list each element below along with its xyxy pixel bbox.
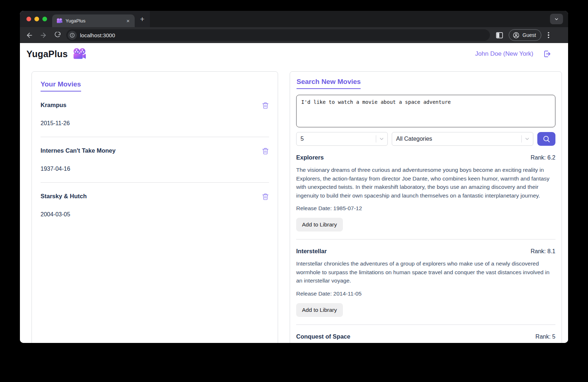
search-result: Conquest of Space Rank: 5 xyxy=(296,333,555,340)
list-item: Starsky & Hutch 2004-03-05 xyxy=(41,193,269,218)
tab-search-chevron-button[interactable] xyxy=(550,14,563,24)
browser-menu-icon[interactable] xyxy=(546,32,551,38)
tab-strip-spacer xyxy=(150,11,568,27)
select-separator xyxy=(376,135,376,143)
result-limit-value: 5 xyxy=(301,136,304,142)
browser-window: YugaPlus × + localhost:3000 xyxy=(20,11,568,343)
search-controls: 5 All Categories xyxy=(296,132,555,146)
forward-icon[interactable] xyxy=(39,31,47,39)
delete-movie-trash-icon[interactable] xyxy=(262,193,269,200)
browser-toolbar: localhost:3000 Guest xyxy=(20,27,568,43)
search-new-movies-panel: Search New Movies I'd like to watch a mo… xyxy=(290,71,562,343)
result-description: The visionary dreams of three curious an… xyxy=(296,166,555,200)
movie-title: Internes Can't Take Money xyxy=(41,147,116,154)
category-value: All Categories xyxy=(396,136,432,142)
back-icon[interactable] xyxy=(25,31,34,39)
tab-strip: YugaPlus × + xyxy=(20,11,568,27)
close-window-button[interactable] xyxy=(26,17,31,21)
profile-guest-button[interactable]: Guest xyxy=(509,29,541,41)
list-divider xyxy=(41,182,269,183)
search-icon xyxy=(542,135,550,143)
tab-title: YugaPlus xyxy=(66,18,122,24)
new-tab-button[interactable]: + xyxy=(135,11,150,27)
favicon-movie-camera-icon xyxy=(56,18,63,24)
search-button[interactable] xyxy=(537,132,555,146)
app-header: YugaPlus John Doe (New York) xyxy=(20,43,568,65)
tab-yugaplus[interactable]: YugaPlus × xyxy=(52,14,135,27)
guest-label: Guest xyxy=(522,32,536,38)
list-item: Internes Can't Take Money 1937-04-16 xyxy=(41,147,269,172)
result-rank: Rank: 8.1 xyxy=(531,248,555,255)
side-panel-icon[interactable] xyxy=(495,31,504,39)
result-limit-select[interactable]: 5 xyxy=(296,132,388,146)
result-rank: Rank: 5 xyxy=(536,334,555,340)
app-brand-title: YugaPlus xyxy=(26,49,68,59)
search-result: Explorers Rank: 6.2 The visionary dreams… xyxy=(296,154,555,239)
result-description: Interstellar chronicles the adventures o… xyxy=(296,259,555,285)
result-release-date: Release Date: 1985-07-12 xyxy=(296,205,555,212)
select-separator xyxy=(521,135,522,143)
main-content: Your Movies Krampus 2015-11-26 Internes … xyxy=(20,65,568,343)
minimize-window-button[interactable] xyxy=(34,17,39,21)
result-rank: Rank: 6.2 xyxy=(531,154,555,161)
result-divider xyxy=(296,239,555,239)
your-movies-title[interactable]: Your Movies xyxy=(41,80,81,92)
add-to-library-button[interactable]: Add to Library xyxy=(296,303,343,317)
movie-release-date: 2004-03-05 xyxy=(41,211,269,218)
tab-close-icon[interactable]: × xyxy=(125,17,131,24)
chevron-down-icon xyxy=(524,136,530,142)
search-result: Interstellar Rank: 8.1 Interstellar chro… xyxy=(296,248,555,325)
guest-avatar-icon xyxy=(513,32,520,39)
list-item: Krampus 2015-11-26 xyxy=(41,102,269,127)
result-divider xyxy=(296,324,555,325)
user-profile-link[interactable]: John Doe (New York) xyxy=(475,50,533,58)
add-to-library-button[interactable]: Add to Library xyxy=(296,218,343,232)
movie-release-date: 2015-11-26 xyxy=(41,120,269,127)
delete-movie-trash-icon[interactable] xyxy=(262,102,269,109)
result-release-date: Release Date: 2014-11-05 xyxy=(296,290,555,297)
search-new-movies-title[interactable]: Search New Movies xyxy=(297,78,361,89)
reload-icon[interactable] xyxy=(52,31,61,39)
list-divider xyxy=(41,137,269,137)
result-title: Explorers xyxy=(296,154,324,161)
zoom-window-button[interactable] xyxy=(42,17,47,21)
your-movies-panel: Your Movies Krampus 2015-11-26 Internes … xyxy=(32,71,278,343)
delete-movie-trash-icon[interactable] xyxy=(262,147,269,155)
site-info-icon[interactable] xyxy=(68,31,77,40)
movie-camera-logo-icon xyxy=(73,48,87,60)
window-controls xyxy=(20,11,52,27)
movie-title: Starsky & Hutch xyxy=(41,193,87,200)
search-query-input[interactable]: I'd like to watch a movie about a space … xyxy=(296,95,555,127)
result-title: Interstellar xyxy=(296,248,327,255)
url-text: localhost:3000 xyxy=(80,32,115,38)
url-bar[interactable]: localhost:3000 xyxy=(66,29,490,41)
movie-title: Krampus xyxy=(41,102,67,109)
yugaplus-app: YugaPlus John Doe (New York) xyxy=(20,43,568,343)
chevron-down-icon xyxy=(379,136,385,142)
result-title: Conquest of Space xyxy=(296,333,350,340)
movie-release-date: 1937-04-16 xyxy=(41,166,269,172)
category-select[interactable]: All Categories xyxy=(392,132,533,146)
logout-icon[interactable] xyxy=(543,50,551,58)
